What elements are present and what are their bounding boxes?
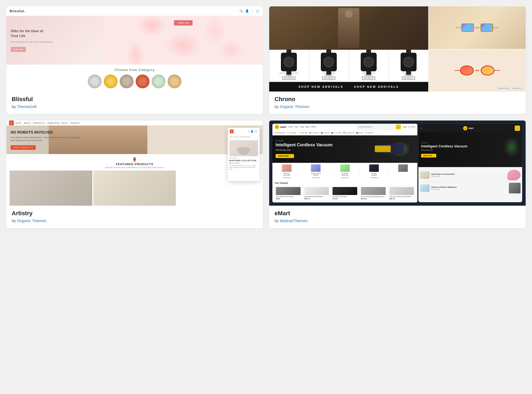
chrono-author-link[interactable]: Organic Themes — [280, 104, 309, 109]
nav-products[interactable]: PRODUCTS — [33, 122, 45, 124]
mobile-category-label: POTTERY — [229, 157, 258, 159]
artistry-author-link[interactable]: Organic Themes — [17, 218, 47, 223]
hairdryer-cat-img — [282, 164, 292, 172]
emart-search-button[interactable]: 🔍 — [396, 125, 401, 129]
nav-shop[interactable]: Shop — [300, 126, 304, 128]
sunglasses-shape-2 — [460, 63, 494, 78]
gaming-shop-link[interactable]: SHOP NOW — [370, 177, 378, 179]
mobile-user-icon[interactable]: 👤 — [251, 130, 253, 133]
emobile-cat-shop-2[interactable]: SHOP NOW — [431, 189, 457, 190]
watch-item-1: PRESTIGEHORIZONS Kagato VIEW PRODUCT — [269, 50, 309, 81]
emart-cat-tvvideo[interactable]: 📺 TV & Video — [331, 132, 342, 134]
viewed-item-5[interactable]: USB Cable F-5020 AirPodsCerPhone $901.49 — [388, 186, 415, 201]
lens-bridge-1 — [475, 27, 479, 28]
artistry-shop-btn[interactable]: SHOP PRODUCTS — [11, 145, 36, 150]
artistry-nav: A SHOP ABOUT PRODUCTS TEMPLATES BLOG CON… — [6, 121, 263, 126]
heart-icon[interactable]: ♡ — [251, 9, 254, 13]
emobile-cat-shop-1[interactable]: SHOP NOW — [431, 176, 455, 177]
mobile-product-title: EARTHEN COLLECTION — [229, 159, 258, 162]
nav-contact[interactable]: CONTACT — [70, 122, 80, 124]
watches-row: PRESTIGEHORIZONS Kagato VIEW PRODUCT DYN… — [269, 50, 428, 81]
chrono-info: Chrono by Organic Themes — [269, 92, 526, 114]
nav-templates[interactable]: TEMPLATES — [47, 122, 60, 124]
blissful-author-link[interactable]: ThemeGrill — [17, 104, 36, 109]
chrono-hero-content — [269, 8, 428, 48]
emobile-cat-item-2[interactable]: Smart & Fitness Watches SHOP NOW — [420, 182, 521, 195]
viewed-item-4[interactable]: Smart Front Load Washing Machine Kg $901… — [360, 186, 387, 201]
emobile-cart[interactable]: 🛒 — [515, 126, 520, 131]
viewed-item-name-3: 65-225700 Closed Back... — [332, 196, 357, 198]
mobile-cart-icon[interactable]: 🛒 — [255, 130, 257, 133]
viewed-item-1[interactable]: Home Steam Iron for Clothes... $8.69 — [275, 186, 302, 201]
chrono-banner-text: SHOP NEW ARRIVALS — [298, 85, 343, 88]
airpurifier-shop-link[interactable]: SHOP NOW — [341, 177, 349, 179]
chrono-side: DESCRIPTION REVIEWS (1) — [429, 6, 526, 92]
watch-view-btn-3[interactable]: VIEW PRODUCT — [362, 77, 375, 80]
category-circle-necklace[interactable] — [120, 74, 134, 88]
blissful-hero-text: Gifts for the Dear ofYour Life Purchase … — [11, 29, 99, 52]
category-circle-mug[interactable] — [136, 74, 149, 88]
watch-view-btn-1[interactable]: VIEW PRODUCT — [282, 77, 296, 80]
hairdryer-cat-label: Hair DryerAccessories — [283, 173, 290, 176]
emart-cat-topdeals[interactable]: ⭐ Top Deals — [287, 132, 296, 134]
artistry-featured: 🏺 FEATURED PRODUCTS Discover the artistr… — [6, 154, 263, 206]
gaming-cat-img — [369, 164, 379, 172]
emart-cat-watches[interactable]: ⌚ Watches — [365, 132, 373, 134]
emobile-menu-icon[interactable]: ≡ — [421, 127, 422, 130]
emobile-shop-btn[interactable]: SHOP NOW → — [421, 154, 436, 157]
login-link[interactable]: Login — [402, 126, 407, 128]
viewed-item-name-5: USB Cable F-5020 AirPodsCerPhone — [389, 196, 414, 198]
emart-cat-computers[interactable]: 💻 Computers — [309, 132, 319, 134]
emart-cat-all[interactable]: ≡ All Categories — [274, 132, 285, 134]
artistry-preview: A SHOP ABOUT PRODUCTS TEMPLATES BLOG CON… — [6, 121, 263, 206]
nav-blog[interactable]: BLOG — [62, 122, 68, 124]
emart-cat-flashsale[interactable]: ⚡ Flash Sale — [298, 132, 307, 134]
emobile-cat-item-1[interactable]: Hair Dryer Accessories SHOP NOW — [420, 169, 521, 182]
fitness-shop-link[interactable]: SHOP NOW — [312, 177, 320, 179]
search-icon[interactable]: 🔍 — [239, 9, 243, 13]
nav-home[interactable]: Home — [288, 126, 293, 128]
nav-flyer[interactable]: Flyer — [294, 126, 299, 128]
user-icon[interactable]: 👤 — [245, 9, 249, 13]
watch-view-btn-2[interactable]: VIEW PRODUCT — [322, 77, 335, 80]
emart-cat-headphones[interactable]: 🎧 Headphones — [343, 132, 355, 134]
viewed-item-3[interactable]: 65-225700 Closed Back... $74.89 — [331, 186, 359, 201]
cart-icon[interactable]: 🛒 — [256, 9, 260, 13]
emart-name: eMart — [275, 210, 520, 217]
hairdryer-shop-link[interactable]: SHOP NOW — [283, 177, 290, 179]
nav-about[interactable]: ABOUT — [24, 122, 31, 124]
emart-hero-banner: DYSON Intelligent Cordless Vacuum FROM $… — [272, 135, 417, 163]
featured-product-img-1[interactable]: $29.00 — [10, 171, 92, 206]
nav-others[interactable]: Others — [310, 126, 316, 128]
category-circle-bear[interactable] — [168, 74, 181, 88]
watch-image-4 — [401, 53, 417, 71]
watch-band-top-1 — [286, 49, 291, 53]
blissful-nav-icons: 🔍 👤 ♡ 🛒 — [239, 9, 260, 13]
artistry-body: NO ROBOTS INVOLVED Each product is hand-… — [6, 126, 263, 154]
emobile-brand-name: mart — [468, 127, 473, 130]
category-circle-flowers-yellow[interactable] — [104, 74, 118, 88]
emart-author-link[interactable]: MadrasThemes — [280, 218, 307, 223]
emart-cat-photos[interactable]: 📸 Photos — [356, 132, 363, 134]
reviews-tab[interactable]: REVIEWS (1) — [511, 87, 524, 90]
emart-search-input[interactable] — [357, 125, 394, 129]
featured-product-img-2[interactable]: $14.00 — [93, 171, 176, 206]
nav-blog[interactable]: Blog — [305, 126, 309, 128]
category-circle-flowers[interactable] — [88, 74, 102, 88]
blissful-order-now-btn[interactable]: Order now — [174, 20, 193, 26]
sunglasses-bottom: DESCRIPTION REVIEWS (1) — [429, 49, 526, 92]
nav-shop[interactable]: SHOP — [15, 122, 22, 124]
blissful-category-title: Choose from Category — [10, 68, 260, 72]
blissful-order-btn[interactable]: Order now — [11, 47, 26, 52]
emart-cat-cameras[interactable]: 📷 Cameras — [321, 132, 330, 134]
cart-link[interactable]: 🛒 $0.00 — [408, 126, 415, 128]
watch-view-btn-4[interactable]: VIEW PRODUCT — [402, 77, 415, 80]
viewed-item-2[interactable]: Apple MMEF2AM/A AirPodsPro $100.79 — [303, 186, 330, 201]
category-circle-gift[interactable] — [152, 74, 165, 88]
description-tab[interactable]: DESCRIPTION — [496, 87, 510, 90]
emart-shop-now-btn[interactable]: SHOP NOW → — [276, 154, 294, 158]
watch-band-top-4 — [406, 49, 411, 53]
pottery-icon: 🏺 — [10, 157, 260, 162]
viewed-item-price-5: $901.49 — [389, 198, 414, 200]
mobile-menu-icon[interactable]: ≡ — [248, 130, 250, 133]
